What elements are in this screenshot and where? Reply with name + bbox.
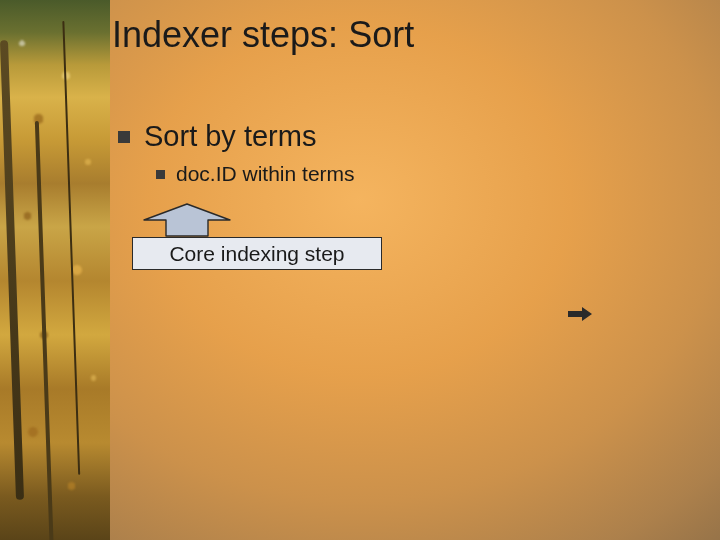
- bullet-level1: Sort by terms: [118, 120, 316, 153]
- up-arrow-icon: [142, 202, 232, 238]
- callout-box: Core indexing step: [132, 237, 382, 270]
- decorative-photo-strip: [0, 0, 110, 540]
- slide: Indexer steps: Sort Sort by terms doc.ID…: [0, 0, 720, 540]
- svg-marker-0: [144, 204, 230, 236]
- bullet-square-icon: [118, 131, 130, 143]
- bullet-level2-text: doc.ID within terms: [176, 162, 355, 186]
- bullet-square-icon: [156, 170, 165, 179]
- right-arrow-icon: [568, 307, 592, 321]
- slide-title: Indexer steps: Sort: [112, 14, 414, 56]
- bullet-level1-text: Sort by terms: [144, 120, 316, 153]
- callout-text: Core indexing step: [169, 242, 344, 266]
- bullet-level2: doc.ID within terms: [156, 162, 355, 186]
- svg-marker-1: [568, 307, 592, 321]
